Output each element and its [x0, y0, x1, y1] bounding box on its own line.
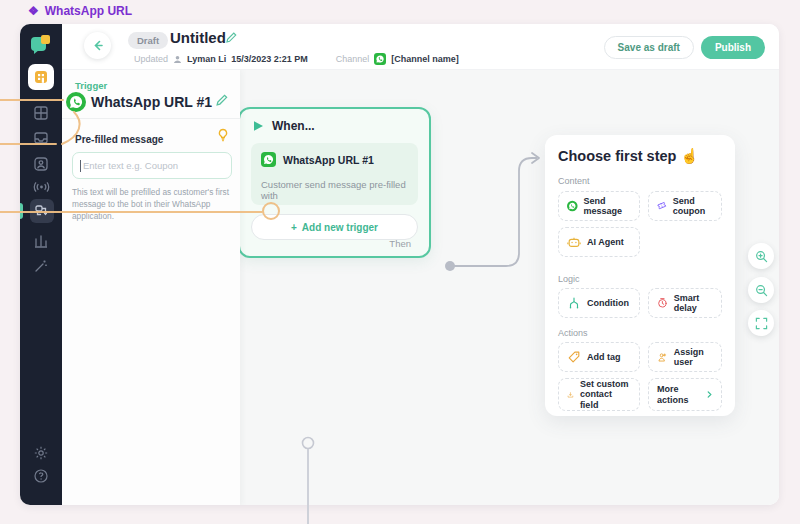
trigger-card-name: WhatsApp URL #1	[283, 154, 374, 166]
active-nav-indicator	[20, 203, 23, 219]
nav-sidebar	[20, 24, 62, 505]
clock-icon	[657, 296, 668, 310]
updated-time: 15/3/2023 2:21 PM	[231, 54, 308, 64]
updated-label: Updated	[134, 54, 168, 64]
sidebar-item-workspace[interactable]	[28, 64, 54, 90]
sidebar-item-broadcast[interactable]	[32, 178, 50, 196]
dashboard-icon	[33, 105, 49, 121]
zoom-in-button[interactable]	[748, 243, 774, 269]
step-send-coupon-button[interactable]: Send coupon	[648, 191, 722, 221]
whatsapp-icon	[567, 199, 578, 213]
text-caret	[80, 160, 81, 172]
page: ❖ WhatsApp URL	[0, 0, 800, 524]
arrow-left-icon	[91, 39, 104, 52]
section-label-content: Content	[558, 176, 590, 186]
status-badge: Draft	[128, 32, 168, 49]
back-button[interactable]	[84, 32, 111, 59]
trigger-card-description: Customer send message pre-filled with	[261, 179, 418, 201]
trigger-panel: Trigger WhatsApp URL #1 Pre-filled messa…	[62, 70, 240, 505]
section-label-logic: Logic	[558, 274, 580, 284]
divider	[62, 118, 240, 119]
fit-screen-icon	[755, 317, 768, 330]
sidebar-item-inbox[interactable]	[32, 129, 50, 147]
workspace-icon	[33, 69, 49, 85]
step-ai-agent-button[interactable]: AI Agent	[558, 227, 640, 257]
sidebar-item-flow-builder[interactable]	[30, 199, 54, 223]
whatsapp-icon	[261, 152, 276, 167]
prefilled-message-help: This text will be prefilled as customer'…	[72, 186, 234, 222]
pointing-up-emoji: ☝	[680, 148, 698, 164]
inbox-icon	[33, 130, 49, 146]
sidebar-item-analytics[interactable]	[32, 232, 50, 250]
condition-branch-icon	[567, 296, 581, 310]
assign-user-icon	[657, 350, 668, 364]
trigger-name: WhatsApp URL #1	[91, 94, 212, 110]
diamond-icon: ❖	[28, 5, 39, 17]
user-icon	[173, 55, 182, 64]
coupon-icon	[657, 199, 667, 213]
updated-by: Lyman Li	[187, 54, 226, 64]
lightbulb-icon[interactable]	[216, 128, 230, 142]
tag-icon	[567, 350, 581, 364]
zoom-in-icon	[755, 250, 768, 263]
sidebar-item-automation[interactable]	[32, 257, 50, 275]
channel-label: Channel	[336, 54, 370, 64]
step-add-tag-button[interactable]: Add tag	[558, 342, 640, 372]
help-icon	[33, 468, 49, 484]
save-as-draft-button[interactable]: Save as draft	[604, 36, 694, 59]
section-label-actions: Actions	[558, 328, 588, 338]
flow-header: Draft Untitled Updated Lyman Li 15/3/202…	[62, 24, 779, 70]
prefilled-message-label: Pre-filled message	[75, 134, 163, 145]
zoom-out-icon	[755, 284, 768, 297]
step-smart-delay-button[interactable]: Smart delay	[648, 288, 722, 318]
topbar-title: WhatsApp URL	[45, 4, 132, 18]
step-set-custom-contact-field-button[interactable]: Set custom contact field	[558, 378, 640, 411]
when-trigger-card[interactable]: When... WhatsApp URL #1 Customer send me…	[238, 107, 431, 258]
flow-meta: Updated Lyman Li 15/3/2023 2:21 PM Chann…	[134, 53, 459, 65]
zoom-out-button[interactable]	[748, 277, 774, 303]
app-logo-icon[interactable]	[29, 32, 53, 56]
trigger-summary[interactable]: WhatsApp URL #1 Customer send message pr…	[251, 143, 418, 205]
add-new-trigger-button[interactable]: + Add new trigger	[251, 214, 418, 240]
flow-title: Untitled	[170, 29, 226, 46]
broadcast-icon	[33, 179, 50, 195]
whatsapp-icon	[374, 53, 386, 65]
sidebar-item-contacts[interactable]	[32, 155, 50, 173]
step-condition-button[interactable]: Condition	[558, 288, 640, 318]
sidebar-item-settings[interactable]	[32, 444, 50, 462]
choose-first-step-panel: Choose first step ☝ Content Send message…	[545, 135, 735, 416]
publish-button[interactable]: Publish	[701, 36, 765, 59]
analytics-icon	[33, 233, 49, 249]
contacts-icon	[33, 156, 49, 172]
input-placeholder: Enter text e.g. Coupon	[83, 160, 178, 171]
plus-icon: +	[291, 222, 297, 233]
step-send-message-button[interactable]: Send message	[558, 191, 640, 221]
whatsapp-icon	[66, 92, 86, 112]
topbar: ❖ WhatsApp URL	[0, 0, 800, 24]
magic-wand-icon	[33, 258, 49, 274]
flow-builder-icon	[34, 203, 50, 219]
trigger-section-label: Trigger	[75, 80, 107, 91]
edit-title-icon[interactable]	[225, 32, 237, 44]
contact-field-icon	[567, 388, 574, 402]
chevron-right-icon	[706, 390, 713, 399]
sidebar-item-dashboard[interactable]	[32, 104, 50, 122]
channel-name: [Channel name]	[391, 54, 459, 64]
when-card-title: When...	[272, 119, 315, 133]
choose-panel-title: Choose first step	[558, 148, 676, 164]
prefilled-message-input[interactable]: Enter text e.g. Coupon	[72, 152, 232, 179]
edit-trigger-name-icon[interactable]	[215, 94, 228, 107]
then-label: Then	[389, 238, 411, 249]
fit-screen-button[interactable]	[748, 310, 774, 336]
robot-icon	[567, 235, 581, 249]
sidebar-item-help[interactable]	[32, 467, 50, 485]
more-actions-button[interactable]: More actions	[648, 378, 722, 411]
play-icon	[253, 120, 264, 132]
gear-icon	[33, 445, 49, 461]
step-assign-user-button[interactable]: Assign user	[648, 342, 722, 372]
